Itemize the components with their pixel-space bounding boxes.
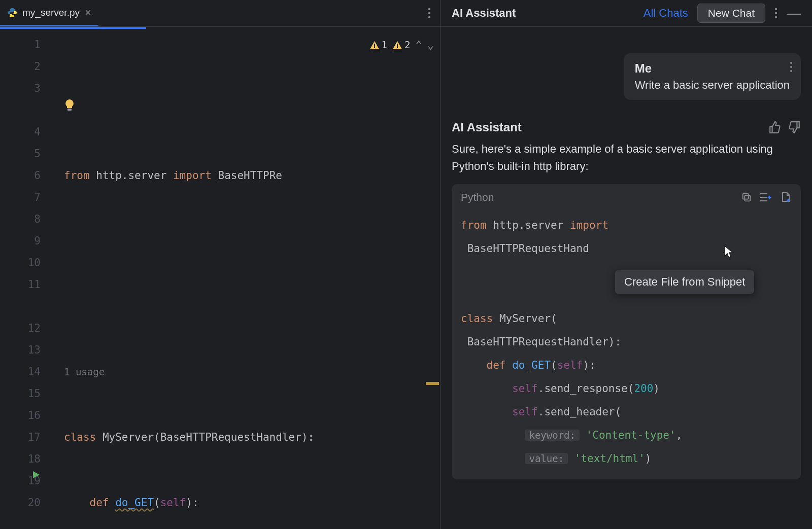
line-number: 20: [0, 492, 41, 514]
assistant-message-text: Sure, here's a simple example of a basic…: [452, 140, 801, 175]
line-number: 16: [0, 405, 41, 427]
ai-chat-body: Me Write a basic server application AI A…: [441, 27, 812, 529]
ai-assistant-pane: AI Assistant All Chats New Chat — Me Wri…: [441, 0, 812, 529]
code-language-label: Python: [461, 191, 734, 203]
tab-close-icon[interactable]: ×: [85, 6, 91, 19]
tooltip: Create File from Snippet: [615, 270, 754, 294]
message-menu-icon[interactable]: [790, 61, 793, 73]
svg-rect-14: [745, 195, 750, 201]
new-chat-button[interactable]: New Chat: [697, 4, 765, 23]
python-file-icon: [7, 8, 17, 18]
run-gutter-icon[interactable]: [31, 470, 41, 479]
insert-at-caret-icon[interactable]: [759, 192, 772, 203]
line-number: 17: [0, 427, 41, 448]
svg-point-9: [775, 12, 777, 14]
line-number: 15: [0, 383, 41, 405]
minimize-icon[interactable]: —: [787, 5, 801, 21]
prev-highlight-icon[interactable]: ⌃: [416, 34, 422, 56]
line-number: 10: [0, 252, 41, 274]
line-number: 11: [0, 274, 41, 296]
editor-gutter: 1 2 3 4 5 6 7 8 9 10 11 12 13 14 15 16 1…: [0, 29, 55, 529]
line-number: 2: [0, 56, 41, 78]
usage-hint[interactable]: 1 usage: [64, 361, 440, 383]
line-number: 18: [0, 448, 41, 470]
line-number: 13: [0, 339, 41, 361]
warning-count: 1: [382, 34, 387, 56]
editor-body[interactable]: 1 2 3 4 5 6 7 8 9 10 11 12 13 14 15 16 1…: [0, 29, 440, 529]
svg-rect-3: [67, 109, 72, 111]
code-snippet: Python from http.server import BaseHTTPR…: [452, 184, 801, 479]
tab-filename: my_server.py: [22, 7, 80, 18]
ai-menu-icon[interactable]: [774, 7, 777, 19]
editor-pane: my_server.py × 1 2 3 4 5 6 7 8 9 10 11: [0, 0, 441, 529]
user-label: Me: [635, 61, 790, 76]
scrollbar-mark: [426, 382, 439, 385]
svg-point-11: [790, 62, 792, 64]
ai-assistant-title: AI Assistant: [452, 7, 516, 20]
svg-rect-15: [743, 194, 749, 199]
line-number: 9: [0, 230, 41, 252]
thumbs-up-icon[interactable]: [768, 121, 782, 134]
create-file-from-snippet-icon[interactable]: [780, 191, 792, 203]
svg-point-2: [428, 16, 430, 18]
all-chats-link[interactable]: All Chats: [644, 7, 688, 20]
lightbulb-icon[interactable]: [64, 55, 128, 156]
svg-rect-6: [397, 44, 398, 47]
line-number: 7: [0, 187, 41, 208]
line-number: 1: [0, 34, 41, 56]
line-number: [0, 99, 41, 121]
user-message-text: Write a basic server application: [635, 79, 790, 92]
svg-rect-4: [374, 44, 375, 47]
editor-tab[interactable]: my_server.py ×: [0, 0, 98, 26]
tab-bar-menu-icon[interactable]: [428, 7, 431, 19]
line-number: [0, 296, 41, 318]
editor-tab-bar: my_server.py ×: [0, 0, 440, 27]
warning-badge[interactable]: 2: [392, 34, 410, 56]
line-number: 4: [0, 121, 41, 143]
svg-point-10: [775, 16, 777, 18]
svg-point-8: [775, 8, 777, 10]
line-number: 12: [0, 318, 41, 339]
line-number: 5: [0, 143, 41, 165]
code-snippet-toolbar: Python: [452, 184, 801, 210]
code-snippet-body[interactable]: from http.server import BaseHTTPRequestH…: [452, 210, 801, 479]
editor-inspection-widgets: 1 2 ⌃ ⌄: [369, 34, 434, 56]
svg-point-13: [790, 70, 792, 72]
code-area[interactable]: 1 2 ⌃ ⌄ from http.server import BaseHTTP…: [55, 29, 440, 529]
line-number: 3: [0, 78, 41, 99]
svg-point-0: [428, 8, 430, 10]
svg-rect-5: [374, 47, 375, 48]
svg-rect-7: [397, 47, 398, 48]
mouse-cursor-icon: [724, 245, 735, 259]
line-number: 14: [0, 361, 41, 383]
svg-point-12: [790, 66, 792, 68]
inlay-hint: keyword:: [525, 430, 580, 441]
warning-count: 2: [404, 34, 410, 56]
assistant-label: AI Assistant: [452, 120, 762, 134]
user-message: Me Write a basic server application: [624, 53, 801, 100]
line-number: 19: [0, 470, 41, 492]
thumbs-down-icon[interactable]: [788, 121, 801, 134]
svg-point-1: [428, 12, 430, 14]
line-number: 6: [0, 165, 41, 187]
warning-badge[interactable]: 1: [369, 34, 387, 56]
line-number: 8: [0, 208, 41, 230]
inlay-hint: value:: [525, 453, 568, 464]
ai-assistant-header: AI Assistant All Chats New Chat —: [441, 0, 812, 27]
next-highlight-icon[interactable]: ⌄: [427, 34, 434, 56]
copy-icon[interactable]: [741, 192, 752, 203]
